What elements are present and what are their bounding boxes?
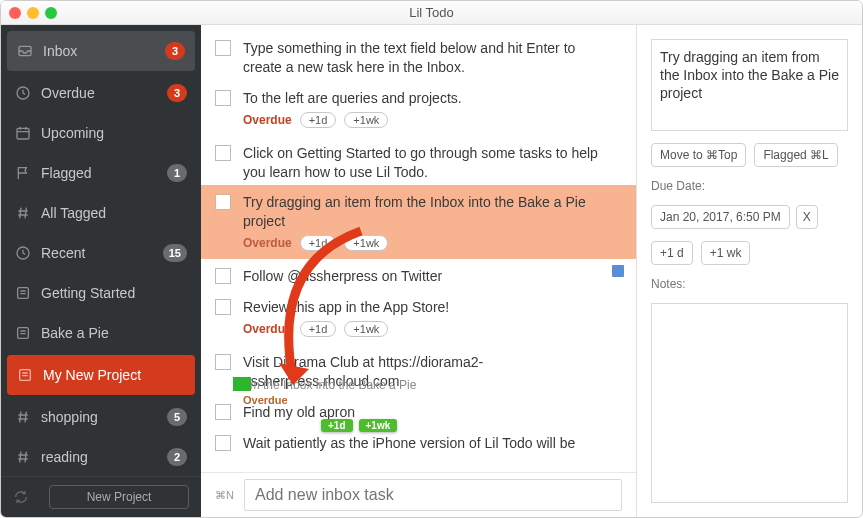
task-checkbox[interactable] bbox=[215, 40, 231, 56]
clock-icon bbox=[15, 245, 31, 261]
sidebar-item-bake-a-pie[interactable]: Bake a Pie bbox=[1, 313, 201, 353]
sidebar-item-label: Recent bbox=[41, 245, 163, 261]
sidebar-item-label: Inbox bbox=[43, 43, 165, 59]
sync-icon[interactable] bbox=[13, 489, 29, 505]
list-icon bbox=[15, 325, 31, 341]
app-window: Lil Todo Inbox 3 Overdue 3 Upcoming Flag… bbox=[0, 0, 863, 518]
task-checkbox[interactable] bbox=[215, 145, 231, 161]
task-meta: Overdue +1d +1wk bbox=[243, 235, 606, 255]
task-text: To the left are queries and projects. bbox=[243, 89, 606, 108]
task-text: Find my old apron bbox=[243, 403, 606, 422]
task-row[interactable]: Type something in the text field below a… bbox=[201, 31, 636, 81]
task-meta: Overdue +1d +1wk bbox=[243, 112, 606, 132]
plus-1wk-button[interactable]: +1 wk bbox=[701, 241, 751, 265]
overdue-label: Overdue bbox=[243, 113, 292, 127]
task-list-pane: om the Inbox into the Bake a Pie Overdue… bbox=[201, 25, 637, 517]
sidebar-item-flagged[interactable]: Flagged 1 bbox=[1, 153, 201, 193]
calendar-icon bbox=[15, 125, 31, 141]
clock-icon bbox=[15, 85, 31, 101]
task-row[interactable]: Review this app in the App Store! Overdu… bbox=[201, 290, 636, 345]
clear-due-date-button[interactable]: X bbox=[796, 205, 818, 229]
sidebar-item-overdue[interactable]: Overdue 3 bbox=[1, 73, 201, 113]
task-text: Click on Getting Started to go through s… bbox=[243, 144, 606, 182]
sidebar-item-label: My New Project bbox=[43, 367, 185, 383]
sidebar: Inbox 3 Overdue 3 Upcoming Flagged 1 All… bbox=[1, 25, 201, 517]
sidebar-item-all-tagged[interactable]: All Tagged bbox=[1, 193, 201, 233]
sidebar-item-label: Upcoming bbox=[41, 125, 187, 141]
sidebar-badge: 3 bbox=[165, 42, 185, 60]
task-text: Visit Diorama Club at https://diorama2-u… bbox=[243, 353, 606, 391]
task-checkbox[interactable] bbox=[215, 435, 231, 451]
sidebar-item-label: Overdue bbox=[41, 85, 167, 101]
sidebar-badge: 2 bbox=[167, 448, 187, 466]
task-row[interactable]: Follow @ussherpress on Twitter bbox=[201, 259, 636, 290]
task-text: Follow @ussherpress on Twitter bbox=[243, 267, 606, 286]
sidebar-item-label: All Tagged bbox=[41, 205, 187, 221]
task-text: Type something in the text field below a… bbox=[243, 39, 606, 77]
plus-1wk-pill[interactable]: +1wk bbox=[344, 235, 388, 251]
sidebar-badge: 1 bbox=[167, 164, 187, 182]
task-row[interactable]: Click on Getting Started to go through s… bbox=[201, 136, 636, 186]
task-checkbox[interactable] bbox=[215, 268, 231, 284]
sidebar-item-recent[interactable]: Recent 15 bbox=[1, 233, 201, 273]
sidebar-footer: New Project bbox=[1, 476, 201, 517]
plus-1d-pill[interactable]: +1d bbox=[300, 235, 337, 251]
task-row[interactable]: Try dragging an item from the Inbox into… bbox=[201, 185, 636, 259]
plus-1wk-pill[interactable]: +1wk bbox=[344, 321, 388, 337]
sidebar-badge: 3 bbox=[167, 84, 187, 102]
sidebar-item-upcoming[interactable]: Upcoming bbox=[1, 113, 201, 153]
task-checkbox[interactable] bbox=[215, 354, 231, 370]
flag-icon bbox=[15, 165, 31, 181]
hash-icon bbox=[15, 205, 31, 221]
task-row[interactable]: Wait patiently as the iPhone version of … bbox=[201, 426, 636, 457]
plus-1wk-pill[interactable]: +1wk bbox=[344, 112, 388, 128]
due-date-label: Due Date: bbox=[651, 179, 848, 193]
add-task-shortcut: ⌘N bbox=[215, 489, 234, 502]
list-icon bbox=[15, 285, 31, 301]
task-checkbox[interactable] bbox=[215, 299, 231, 315]
sidebar-item-my-new-project[interactable]: My New Project bbox=[7, 355, 195, 395]
sidebar-item-inbox[interactable]: Inbox 3 bbox=[7, 31, 195, 71]
sidebar-badge: 15 bbox=[163, 244, 187, 262]
task-row[interactable]: Visit Diorama Club at https://diorama2-u… bbox=[201, 345, 636, 395]
task-meta: Overdue +1d +1wk bbox=[243, 321, 606, 341]
overdue-label: Overdue bbox=[243, 236, 292, 250]
task-text: Wait patiently as the iPhone version of … bbox=[243, 434, 606, 453]
task-checkbox[interactable] bbox=[215, 404, 231, 420]
task-list: Type something in the text field below a… bbox=[201, 25, 636, 472]
sidebar-item-reading[interactable]: reading 2 bbox=[1, 437, 201, 476]
flagged-button[interactable]: Flagged ⌘L bbox=[754, 143, 837, 167]
task-checkbox[interactable] bbox=[215, 194, 231, 210]
add-task-row: ⌘N bbox=[201, 472, 636, 517]
add-task-input[interactable] bbox=[244, 479, 622, 511]
overdue-label: Overdue bbox=[243, 322, 292, 336]
sidebar-item-label: Getting Started bbox=[41, 285, 187, 301]
task-row[interactable]: To the left are queries and projects. Ov… bbox=[201, 81, 636, 136]
notes-editor[interactable] bbox=[651, 303, 848, 503]
sidebar-item-label: reading bbox=[41, 449, 167, 465]
new-project-button[interactable]: New Project bbox=[49, 485, 189, 509]
hash-icon bbox=[15, 449, 31, 465]
task-title-editor[interactable]: Try dragging an item from the Inbox into… bbox=[651, 39, 848, 131]
task-checkbox[interactable] bbox=[215, 90, 231, 106]
sidebar-item-label: Bake a Pie bbox=[41, 325, 187, 341]
plus-1d-pill[interactable]: +1d bbox=[300, 321, 337, 337]
sidebar-item-label: Flagged bbox=[41, 165, 167, 181]
window-title: Lil Todo bbox=[1, 5, 862, 20]
details-pane: Try dragging an item from the Inbox into… bbox=[637, 25, 862, 517]
titlebar: Lil Todo bbox=[1, 1, 862, 25]
due-date-value[interactable]: Jan 20, 2017, 6:50 PM bbox=[651, 205, 790, 229]
plus-1d-button[interactable]: +1 d bbox=[651, 241, 693, 265]
sidebar-item-getting-started[interactable]: Getting Started bbox=[1, 273, 201, 313]
plus-1d-pill[interactable]: +1d bbox=[300, 112, 337, 128]
move-to-top-button[interactable]: Move to ⌘Top bbox=[651, 143, 746, 167]
sidebar-item-label: shopping bbox=[41, 409, 167, 425]
sidebar-item-shopping[interactable]: shopping 5 bbox=[1, 397, 201, 437]
task-row[interactable]: Find my old apron bbox=[201, 395, 636, 426]
task-text: Review this app in the App Store! bbox=[243, 298, 606, 317]
hash-icon bbox=[15, 409, 31, 425]
svg-rect-2 bbox=[17, 128, 29, 139]
sidebar-badge: 5 bbox=[167, 408, 187, 426]
list-icon bbox=[17, 367, 33, 383]
content-columns: Inbox 3 Overdue 3 Upcoming Flagged 1 All… bbox=[1, 25, 862, 517]
